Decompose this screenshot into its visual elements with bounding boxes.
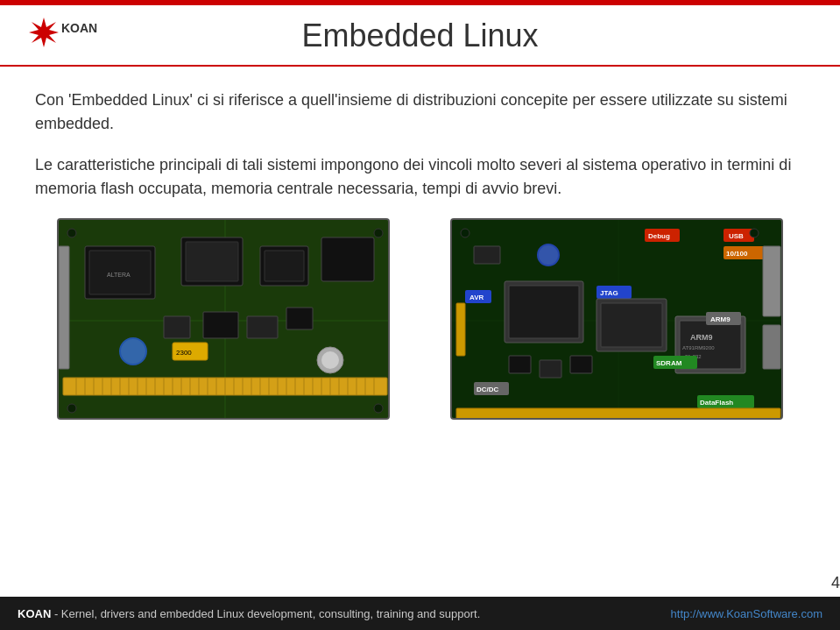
svg-text:USB: USB: [729, 232, 744, 240]
svg-text:SDRAM: SDRAM: [656, 359, 682, 367]
paragraph-2: Le caratteristiche principali di tali si…: [35, 153, 805, 201]
svg-rect-53: [203, 312, 238, 338]
svg-point-59: [67, 229, 76, 237]
svg-point-60: [374, 229, 383, 237]
svg-point-62: [374, 404, 383, 413]
svg-text:ARM9: ARM9: [710, 315, 731, 323]
pcb2-svg: Debug USB 10/100 AVR JTAG: [452, 220, 783, 420]
svg-rect-96: [763, 325, 780, 369]
svg-text:DC/DC: DC/DC: [476, 386, 499, 393]
svg-rect-98: [474, 246, 500, 264]
svg-point-14: [321, 351, 339, 369]
svg-text:AVR: AVR: [469, 294, 484, 301]
svg-rect-101: [570, 356, 592, 373]
footer-website: http://www.KoanSoftware.com: [671, 607, 822, 620]
svg-point-56: [120, 338, 146, 365]
svg-rect-95: [763, 246, 780, 316]
logo-area: KOAN: [26, 13, 105, 57]
pcb1-svg: ALTERA: [59, 220, 390, 420]
svg-point-104: [538, 244, 559, 265]
svg-text:DataFlash: DataFlash: [700, 399, 733, 407]
svg-rect-52: [164, 316, 190, 338]
svg-point-61: [67, 404, 76, 413]
header: KOAN Embedded Linux: [0, 5, 840, 67]
svg-rect-11: [265, 251, 304, 281]
svg-marker-0: [29, 18, 59, 47]
svg-rect-12: [321, 237, 374, 281]
svg-text:2300: 2300: [176, 349, 192, 357]
page-title: Embedded Linux: [301, 18, 538, 54]
paragraph-1: Con 'Embedded Linux' ci si riferisce a q…: [35, 88, 805, 136]
main-content: Con 'Embedded Linux' ci si riferisce a q…: [0, 67, 840, 597]
svg-point-103: [750, 229, 759, 237]
svg-text:AT91RM9200: AT91RM9200: [682, 345, 715, 350]
svg-text:JTAG: JTAG: [600, 289, 618, 297]
svg-point-102: [461, 229, 469, 237]
images-section: ALTERA: [35, 218, 805, 420]
svg-text:KOAN: KOAN: [61, 21, 97, 35]
svg-rect-92: [509, 286, 579, 338]
svg-rect-94: [601, 303, 662, 347]
board-image-1: ALTERA: [57, 218, 390, 420]
footer-brand: KOAN: [18, 607, 51, 620]
footer: KOAN - Kernel, drivers and embedded Linu…: [0, 597, 840, 630]
koan-logo: KOAN: [26, 13, 105, 57]
svg-rect-9: [186, 242, 238, 281]
svg-rect-100: [540, 360, 561, 378]
svg-rect-54: [247, 316, 278, 338]
svg-rect-51: [59, 246, 69, 369]
svg-text:ALTERA: ALTERA: [107, 272, 131, 278]
board-image-2: Debug USB 10/100 AVR JTAG: [450, 218, 783, 420]
svg-text:Debug: Debug: [648, 232, 670, 240]
footer-description: KOAN - Kernel, drivers and embedded Linu…: [18, 607, 480, 620]
svg-rect-99: [509, 356, 531, 373]
footer-text: - Kernel, drivers and embedded Linux dev…: [51, 607, 480, 620]
svg-text:ARM9: ARM9: [690, 333, 713, 342]
svg-rect-97: [456, 408, 780, 419]
svg-text:10/100: 10/100: [726, 250, 748, 258]
svg-rect-55: [286, 308, 313, 329]
page-number: 4: [831, 574, 840, 592]
svg-rect-105: [456, 303, 465, 356]
